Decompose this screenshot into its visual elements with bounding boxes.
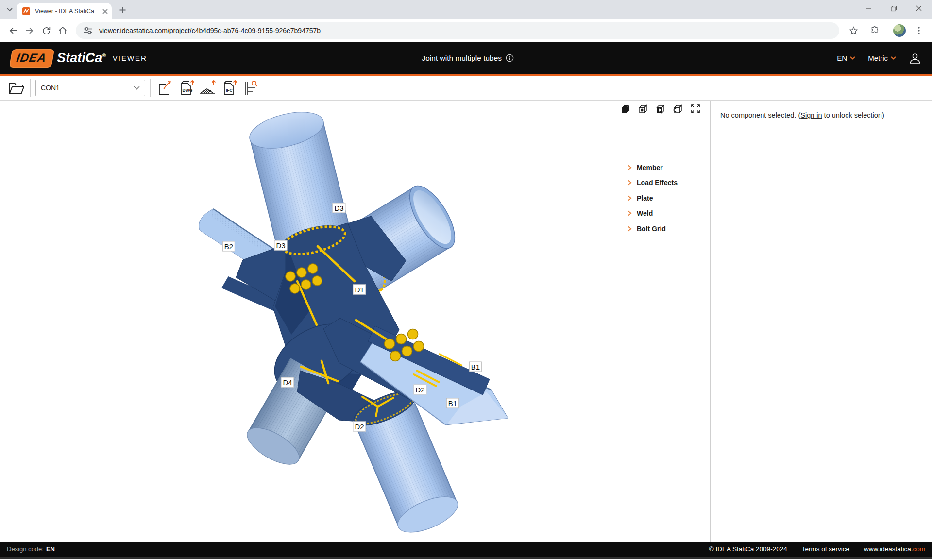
site-settings-icon[interactable] bbox=[84, 27, 93, 34]
home-icon bbox=[57, 25, 68, 36]
home-button[interactable] bbox=[55, 23, 70, 38]
cube-shaded-icon bbox=[656, 104, 666, 114]
member-label-d4: D4 bbox=[281, 377, 294, 388]
footer-links: © IDEA StatiCa 2009-2024 Terms of servic… bbox=[709, 545, 925, 553]
units-value: Metric bbox=[868, 54, 888, 62]
folder-icon bbox=[9, 82, 24, 95]
section-view-button[interactable] bbox=[240, 78, 261, 98]
chevron-down-icon bbox=[7, 8, 13, 12]
restore-button[interactable] bbox=[887, 2, 900, 15]
browser-tab[interactable]: Viewer - IDEA StatiCa bbox=[17, 3, 112, 19]
sign-in-link[interactable]: Sign in bbox=[800, 111, 822, 119]
chevron-right-icon bbox=[627, 165, 632, 170]
chevron-right-icon bbox=[627, 180, 632, 186]
extensions-button[interactable] bbox=[867, 23, 882, 38]
forward-button[interactable] bbox=[22, 23, 37, 38]
export-drawing-icon bbox=[157, 79, 173, 97]
component-tree: Member Load Effects Plate Weld Bolt Grid bbox=[627, 160, 678, 237]
plus-icon bbox=[119, 7, 126, 13]
chevron-down-icon bbox=[134, 86, 140, 90]
units-dropdown[interactable]: Metric bbox=[868, 54, 896, 62]
browser-tab-strip: Viewer - IDEA StatiCa bbox=[0, 0, 932, 19]
url-address-bar[interactable]: viewer.ideastatica.com/project/c4b4d95c-… bbox=[76, 22, 839, 39]
window-controls bbox=[862, 0, 929, 17]
url-text[interactable]: viewer.ideastatica.com/project/c4b4d95c-… bbox=[99, 27, 321, 34]
header-controls: EN Metric bbox=[837, 52, 921, 65]
member-label-b2: B2 bbox=[222, 241, 235, 252]
chevron-right-icon bbox=[627, 210, 632, 216]
website-link[interactable]: www.ideastatica.com bbox=[864, 545, 925, 553]
chevron-down-icon bbox=[891, 56, 896, 60]
svg-text:IFC: IFC bbox=[226, 88, 233, 93]
reload-icon bbox=[41, 26, 51, 36]
tree-section-plate[interactable]: Plate bbox=[627, 190, 678, 206]
cube-solid-icon bbox=[621, 104, 631, 114]
model-canvas[interactable] bbox=[0, 101, 710, 542]
back-button[interactable] bbox=[6, 23, 20, 38]
export-weld-button[interactable] bbox=[198, 78, 218, 98]
minimize-button[interactable] bbox=[862, 2, 875, 15]
reload-button[interactable] bbox=[39, 23, 53, 38]
chevron-down-icon bbox=[850, 56, 855, 60]
divider bbox=[150, 79, 151, 97]
view-mode-toolbar bbox=[620, 103, 701, 115]
member-label-b1: B1 bbox=[469, 362, 482, 372]
member-label-d1: D1 bbox=[353, 285, 366, 295]
member-label-d3: D3 bbox=[332, 203, 345, 213]
divider bbox=[30, 79, 31, 97]
kebab-menu-icon bbox=[915, 26, 923, 35]
copyright-text: © IDEA StatiCa 2009-2024 bbox=[709, 545, 787, 553]
logo-statica-text: StatiCa® bbox=[57, 51, 105, 66]
page: Viewer - IDEA StatiCa viewer.ideastatica… bbox=[0, 0, 932, 560]
export-dwg-button[interactable]: DWG bbox=[176, 78, 197, 98]
view-hidden-lines-button[interactable] bbox=[637, 103, 649, 115]
close-window-button[interactable] bbox=[913, 2, 925, 15]
project-title-text: Joint with multiple tubes bbox=[422, 54, 502, 63]
divider bbox=[888, 25, 888, 36]
idea-statica-logo[interactable]: IDEA StatiCa® VIEWER bbox=[11, 49, 147, 68]
profile-avatar[interactable] bbox=[893, 24, 906, 37]
app-header: IDEA StatiCa® VIEWER Joint with multiple… bbox=[0, 42, 932, 76]
terms-of-service-link[interactable]: Terms of service bbox=[802, 545, 849, 553]
registered-mark: ® bbox=[102, 53, 105, 58]
tree-section-weld[interactable]: Weld bbox=[627, 206, 678, 221]
view-wireframe-button[interactable] bbox=[672, 103, 684, 115]
logo-viewer-text: VIEWER bbox=[113, 54, 147, 62]
export-drawing-button[interactable] bbox=[155, 78, 175, 98]
svg-text:DWG: DWG bbox=[183, 88, 193, 93]
project-title: Joint with multiple tubes bbox=[422, 54, 514, 63]
view-shaded-button[interactable] bbox=[655, 103, 666, 115]
browser-actions bbox=[845, 23, 927, 38]
app-footer: Design code:EN © IDEA StatiCa 2009-2024 … bbox=[0, 542, 932, 559]
properties-panel: No component selected. (Sign in to unloc… bbox=[710, 101, 932, 542]
tree-section-bolt-grid[interactable]: Bolt Grid bbox=[627, 221, 678, 237]
logo-idea-mark: IDEA bbox=[9, 49, 55, 68]
tree-section-member[interactable]: Member bbox=[627, 160, 678, 175]
tab-close-icon[interactable] bbox=[102, 9, 108, 14]
language-dropdown[interactable]: EN bbox=[837, 54, 855, 62]
fit-to-view-button[interactable] bbox=[690, 103, 701, 115]
member-label-d2-2: D2 bbox=[353, 422, 366, 432]
chevron-right-icon bbox=[627, 226, 632, 232]
no-selection-message: No component selected. (Sign in to unloc… bbox=[720, 111, 932, 119]
weld-upload-icon bbox=[199, 79, 217, 97]
cube-hidden-icon bbox=[638, 104, 648, 114]
view-solid-button[interactable] bbox=[620, 103, 631, 115]
tab-search-button[interactable] bbox=[3, 3, 17, 17]
app-toolbar: CON1 DWG IF bbox=[0, 76, 932, 101]
main-area: D3 D3 B2 D1 B1 B1 D2 D2 D4 bbox=[0, 101, 932, 542]
puzzle-icon bbox=[870, 26, 880, 36]
open-project-button[interactable] bbox=[7, 79, 26, 97]
browser-menu-button[interactable] bbox=[912, 23, 926, 38]
user-account-icon[interactable] bbox=[909, 52, 921, 65]
star-icon bbox=[848, 26, 859, 36]
bookmark-star-button[interactable] bbox=[846, 23, 861, 38]
connection-select[interactable]: CON1 bbox=[35, 80, 145, 96]
chevron-right-icon bbox=[627, 195, 632, 201]
export-ifc-button[interactable]: IFC bbox=[219, 78, 239, 98]
info-icon[interactable] bbox=[506, 54, 514, 62]
model-viewport[interactable]: D3 D3 B2 D1 B1 B1 D2 D2 D4 bbox=[0, 101, 710, 542]
new-tab-button[interactable] bbox=[116, 3, 129, 17]
expand-arrows-icon bbox=[690, 103, 701, 114]
tree-section-load-effects[interactable]: Load Effects bbox=[627, 175, 678, 191]
